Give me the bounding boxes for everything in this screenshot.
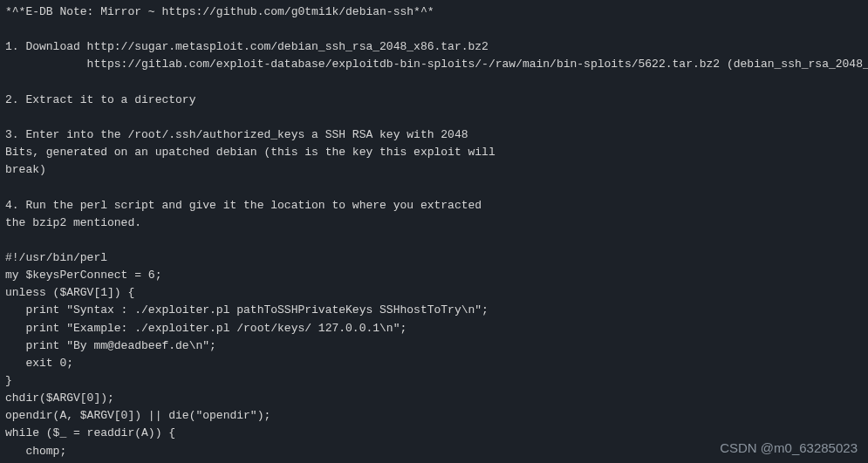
code-line: my $keysPerConnect = 6; (5, 267, 863, 284)
code-line: print "Syntax : ./exploiter.pl pathToSSH… (5, 302, 863, 319)
code-line: opendir(A, $ARGV[0]) || die("opendir"); (5, 407, 863, 425)
watermark: CSDN @m0_63285023 (720, 438, 858, 458)
code-line: } (5, 372, 863, 390)
code-line (5, 109, 863, 126)
code-line (5, 179, 863, 196)
code-line (5, 21, 863, 38)
code-line: exit 0; (5, 355, 863, 372)
code-line: chdir($ARGV[0]); (5, 390, 863, 407)
code-line: print "By mm@deadbeef.de\n"; (5, 337, 863, 355)
code-line: break) (5, 161, 863, 179)
code-line: *^*E-DB Note: Mirror ~ https://github.co… (5, 3, 863, 21)
code-line: 3. Enter into the /root/.ssh/authorized_… (5, 126, 863, 144)
terminal-output: *^*E-DB Note: Mirror ~ https://github.co… (5, 3, 863, 463)
code-line: https://gitlab.com/exploit-database/expl… (5, 56, 863, 73)
code-line (5, 232, 863, 249)
code-line: Bits, generated on an upatched debian (t… (5, 144, 863, 161)
code-line: 4. Run the perl script and give it the l… (5, 197, 863, 214)
code-line: #!/usr/bin/perl (5, 249, 863, 267)
code-line: next unless m,^\d+$,; (5, 460, 863, 463)
code-line (5, 74, 863, 92)
code-line: print "Example: ./exploiter.pl /root/key… (5, 320, 863, 337)
code-line: unless ($ARGV[1]) { (5, 284, 863, 302)
code-line: 2. Extract it to a directory (5, 92, 863, 109)
code-line: 1. Download http://sugar.metasploit.com/… (5, 38, 863, 56)
code-line: the bzip2 mentioned. (5, 214, 863, 232)
